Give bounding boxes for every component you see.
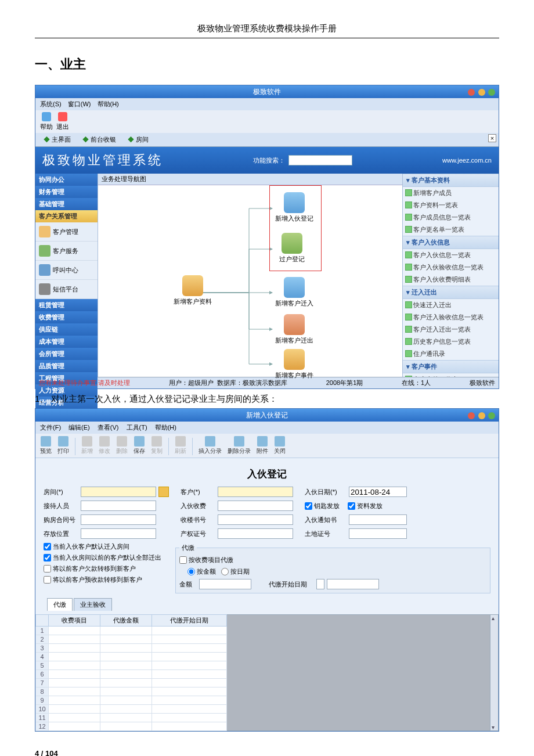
menu-window[interactable]: 窗口(W) [68,100,91,107]
table-row[interactable]: 2 [36,635,227,644]
rp-link[interactable]: 客户入伙信息一览表 [403,249,499,261]
menu-edit[interactable]: 编辑(E) [68,424,90,431]
table-row[interactable]: 1 [36,627,227,635]
chk-default-moveout[interactable]: 当前入伙房间以前的客户默认全部迁出 [44,553,161,562]
rp-link[interactable]: 客户入伙收费明细表 [403,273,499,286]
notice-input[interactable] [349,514,407,525]
sidebar-item[interactable]: 短信平台 [35,280,98,299]
sidebar-group[interactable]: 收费管理 [35,311,98,323]
detail-grid[interactable]: 收费项目 代缴金额 代缴开始日期 123456789101112 [35,614,227,731]
key-checkbox[interactable]: 钥匙发放 [305,502,340,510]
radio-by-date[interactable]: 按日期 [221,567,250,576]
sidebar-item[interactable]: 呼叫中心 [35,261,98,280]
minimize-icon[interactable] [478,89,485,96]
rp-link[interactable]: 客户入伙验收信息一览表 [403,261,499,273]
dialog-controls[interactable] [467,411,495,423]
rp-link[interactable]: 客户资料一览表 [403,199,499,211]
node-transfer[interactable]: 过户登记 [279,233,305,264]
customer-input[interactable] [218,487,293,497]
table-row[interactable]: 8 [36,687,227,696]
node-movein[interactable]: 新增客户迁入 [275,277,313,308]
land-input[interactable] [349,528,407,539]
tab-close-button[interactable]: × [488,134,496,142]
rp-link[interactable]: 快速迁入迁出 [403,299,499,311]
receptionist-input[interactable] [81,501,156,511]
sidebar-group[interactable]: 基础管理 [35,198,98,210]
insert-row-button[interactable]: 插入分录 [199,436,222,455]
search-input[interactable] [288,155,352,165]
status-warning[interactable]: 您有未处理待办事宜,请及时处理 [39,379,130,387]
chk-transfer-due[interactable]: 将以前客户欠款转移到新客户 [44,564,161,573]
room-picker-icon[interactable] [158,487,169,497]
start-date-input[interactable] [327,579,379,589]
doc-checkbox[interactable]: 资料发放 [348,502,383,510]
preview-button[interactable]: 预览 [40,436,52,455]
table-row[interactable]: 7 [36,679,227,687]
amount-input[interactable] [199,579,251,589]
node-event[interactable]: 新增客户事件 [275,349,313,380]
start-date-enable[interactable] [316,579,324,589]
date-input[interactable] [349,487,407,497]
rp-link[interactable]: 客户成员信息一览表 [403,211,499,224]
room-input[interactable] [81,487,156,497]
menu-system[interactable]: 系统(S) [40,100,62,107]
rp-link[interactable]: 客户迁入验收信息一览表 [403,311,499,323]
rp-section-header[interactable]: 迁入迁出 [403,286,499,299]
table-row[interactable]: 10 [36,705,227,714]
tab-main[interactable]: ◆ 主界面 [39,134,75,145]
sidebar-group[interactable]: 财务管理 [35,186,98,198]
sidebar-item[interactable]: 客户服务 [35,242,98,261]
rp-link[interactable]: 客户事件一览表 [403,373,499,377]
rp-link[interactable]: 客户更名单一览表 [403,224,499,236]
menu-view[interactable]: 查看(V) [98,424,119,431]
store-input[interactable] [81,528,156,539]
rp-section-header[interactable]: 客户基本资料 [403,174,499,187]
table-row[interactable]: 4 [36,653,227,661]
window-controls[interactable] [467,87,495,100]
node-new-customer[interactable]: 新增客户资料 [174,275,212,306]
chk-default-movein[interactable]: 当前入伙客户默认迁入房间 [44,542,161,551]
rp-link[interactable]: 新增客户成员 [403,187,499,199]
dialog-menubar[interactable]: 文件(F) 编辑(E) 查看(V) 工具(T) 帮助(H) [35,422,499,434]
rp-link[interactable]: 历史客户信息一览表 [403,336,499,348]
print-button[interactable]: 打印 [57,436,69,455]
deed-input[interactable] [218,528,293,539]
vertical-scrollbar[interactable] [490,615,498,730]
menu-file[interactable]: 文件(F) [40,424,61,431]
tab-owner-inspect[interactable]: 业主验收 [74,598,112,611]
contract-input[interactable] [81,514,156,525]
rp-link[interactable]: 住户通讯录 [403,348,499,360]
radio-by-amount[interactable]: 按金额 [187,567,216,576]
table-row[interactable]: 5 [36,661,227,670]
zoom-icon[interactable] [488,412,495,419]
menu-help[interactable]: 帮助(H) [155,424,176,431]
chk-transfer-prepay[interactable]: 将以前客户预收款转移到新客户 [44,575,161,584]
save-button[interactable]: 保存 [134,436,145,455]
tab-pay-behalf[interactable]: 代缴 [47,598,73,611]
chk-by-item[interactable]: 按收费项目代缴 [179,556,233,564]
close-icon[interactable] [468,412,475,419]
table-row[interactable]: 11 [36,714,227,722]
sidebar-group[interactable]: 供应链 [35,323,98,336]
sidebar-group-selected[interactable]: 客户关系管理 [35,210,98,222]
attach-button[interactable]: 附件 [257,436,268,455]
table-row[interactable]: 6 [36,670,227,679]
close-icon[interactable] [468,89,475,96]
sidebar-group[interactable]: 成本管理 [35,336,98,348]
receipt-input[interactable] [218,514,293,525]
sidebar-group[interactable]: 协同办公 [35,174,98,186]
sidebar-group[interactable]: 租赁管理 [35,299,98,311]
fee-input[interactable] [218,501,293,511]
minimize-icon[interactable] [478,412,485,419]
rp-link[interactable]: 客户迁入迁出一览表 [403,323,499,336]
table-row[interactable]: 12 [36,722,227,731]
node-moveout[interactable]: 新增客户迁出 [275,314,313,345]
sidebar-group[interactable]: 品质管理 [35,360,98,372]
zoom-icon[interactable] [488,89,495,96]
exit-button[interactable]: 退出 [56,112,69,131]
close-button[interactable]: 关闭 [274,436,286,455]
menu-help[interactable]: 帮助(H) [98,100,119,107]
rp-section-header[interactable]: 客户入伙信息 [403,236,499,249]
rp-section-header[interactable]: 客户事件 [403,360,499,373]
table-row[interactable]: 9 [36,696,227,705]
